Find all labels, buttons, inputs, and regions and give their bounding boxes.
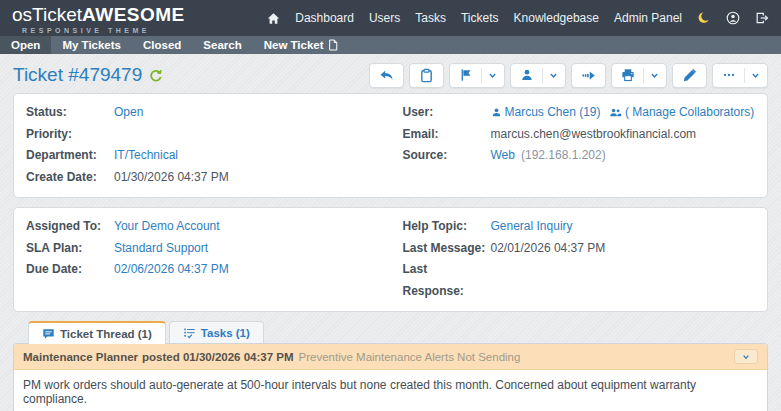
department-row: Department: IT/Technical bbox=[26, 145, 379, 167]
subnav-open[interactable]: Open bbox=[0, 36, 51, 54]
ticket-number: Ticket #479479 bbox=[13, 64, 142, 86]
user-row: User: Marcus Chen (19) ( Manage Collabor… bbox=[403, 102, 756, 124]
source-row: Source: Web (192.168.1.202) bbox=[403, 145, 756, 167]
print-icon bbox=[613, 68, 643, 83]
top-header: osTicketAWESOME RESPONSIVE THEME Dashboa… bbox=[0, 0, 781, 36]
subnav-search[interactable]: Search bbox=[192, 36, 252, 54]
subnav-new-ticket[interactable]: New Ticket bbox=[253, 36, 349, 54]
help-topic-label: Help Topic: bbox=[403, 216, 491, 238]
assign-button[interactable] bbox=[510, 63, 566, 88]
last-message-row: Last Message: 02/01/2026 04:37 PM bbox=[403, 238, 756, 260]
ticket-info-panel: Status: Open Priority: Department: IT/Te… bbox=[13, 93, 768, 198]
create-date-row: Create Date: 01/30/2026 04:37 PM bbox=[26, 167, 379, 189]
create-date-label: Create Date: bbox=[26, 167, 114, 189]
flag-icon bbox=[451, 68, 481, 83]
last-message-value: 02/01/2026 04:37 PM bbox=[491, 238, 606, 260]
nav-dashboard[interactable]: Dashboard bbox=[295, 11, 354, 25]
user-name-link[interactable]: Marcus Chen (19) bbox=[505, 105, 601, 119]
assign-user-icon bbox=[512, 68, 542, 83]
subnav-closed[interactable]: Closed bbox=[132, 36, 192, 54]
more-ellipsis-icon bbox=[714, 68, 744, 83]
edit-button[interactable] bbox=[672, 63, 707, 88]
app-logo[interactable]: osTicketAWESOME RESPONSIVE THEME bbox=[12, 3, 185, 34]
dark-mode-moon-icon[interactable] bbox=[697, 11, 711, 25]
clipboard-icon bbox=[419, 68, 434, 83]
edit-icon bbox=[682, 68, 697, 83]
flag-button[interactable] bbox=[449, 63, 505, 88]
logo-subtitle: RESPONSIVE THEME bbox=[22, 27, 185, 34]
thread-subject: Preventive Maintenance Alerts Not Sendin… bbox=[299, 351, 521, 363]
ticket-toolbar bbox=[369, 63, 768, 88]
reply-button[interactable] bbox=[369, 63, 404, 88]
status-value[interactable]: Open bbox=[114, 102, 143, 124]
thread-panel: Maintenance Planner posted 01/30/2026 04… bbox=[13, 343, 768, 411]
nav-admin-panel[interactable]: Admin Panel bbox=[614, 11, 682, 25]
priority-row: Priority: bbox=[26, 124, 379, 146]
page-title: Ticket #479479 bbox=[13, 64, 163, 86]
tab-tasks[interactable]: Tasks (1) bbox=[169, 321, 264, 343]
user-label: User: bbox=[403, 102, 491, 124]
email-value: marcus.chen@westbrookfinancial.com bbox=[491, 124, 697, 146]
source-ip: (192.168.1.202) bbox=[521, 145, 606, 167]
sla-plan-label: SLA Plan: bbox=[26, 238, 114, 260]
user-icon bbox=[491, 107, 502, 118]
subnav-my-tickets[interactable]: My Tickets bbox=[51, 36, 132, 54]
assigned-to-row: Assigned To: Your Demo Account bbox=[26, 216, 379, 238]
clipboard-button[interactable] bbox=[409, 63, 444, 88]
assignment-info-panel: Assigned To: Your Demo Account SLA Plan:… bbox=[13, 207, 768, 312]
department-label: Department: bbox=[26, 145, 114, 167]
create-date-value: 01/30/2026 04:37 PM bbox=[114, 167, 229, 189]
logo-text: osTicket bbox=[12, 4, 82, 25]
thread-message-body: PM work orders should auto-generate at 5… bbox=[14, 370, 767, 411]
collaborators-group-icon bbox=[609, 107, 622, 118]
new-ticket-page-icon bbox=[328, 39, 338, 51]
tab-ticket-thread[interactable]: Ticket Thread (1) bbox=[28, 321, 166, 344]
nav-tasks[interactable]: Tasks bbox=[415, 11, 446, 25]
manage-collaborators-link[interactable]: ( Manage Collaborators) bbox=[625, 105, 754, 119]
help-topic-row: Help Topic: General Inquiry bbox=[403, 216, 756, 238]
chevron-down-icon bbox=[742, 353, 750, 361]
assign-dropdown-caret[interactable] bbox=[542, 68, 564, 83]
comment-bubble-icon bbox=[42, 328, 55, 340]
status-label: Status: bbox=[26, 102, 114, 124]
help-topic-value[interactable]: General Inquiry bbox=[491, 216, 573, 238]
due-date-label: Due Date: bbox=[26, 259, 114, 281]
assignment-right-column: Help Topic: General Inquiry Last Message… bbox=[403, 216, 756, 302]
assigned-to-value[interactable]: Your Demo Account bbox=[114, 216, 220, 238]
forward-button[interactable] bbox=[571, 63, 606, 88]
print-button[interactable] bbox=[611, 63, 667, 88]
forward-icon bbox=[581, 68, 596, 83]
top-nav: Dashboard Users Tasks Tickets Knowledgeb… bbox=[267, 11, 769, 25]
source-label: Source: bbox=[403, 145, 491, 167]
sla-plan-value[interactable]: Standard Support bbox=[114, 238, 208, 260]
sla-plan-row: SLA Plan: Standard Support bbox=[26, 238, 379, 260]
nav-knowledgebase[interactable]: Knowledgebase bbox=[514, 11, 599, 25]
reply-icon bbox=[379, 68, 394, 83]
last-message-label: Last Message: bbox=[403, 238, 491, 260]
profile-icon[interactable] bbox=[726, 11, 740, 25]
last-response-label: Last Response: bbox=[403, 259, 491, 302]
flag-dropdown-caret[interactable] bbox=[481, 68, 503, 83]
email-label: Email: bbox=[403, 124, 491, 146]
tab-ticket-thread-label: Ticket Thread (1) bbox=[60, 328, 152, 340]
home-icon[interactable] bbox=[267, 12, 280, 25]
thread-collapse-button[interactable] bbox=[734, 349, 758, 364]
due-date-value[interactable]: 02/06/2026 04:37 PM bbox=[114, 259, 229, 281]
department-value[interactable]: IT/Technical bbox=[114, 145, 178, 167]
tab-tasks-label: Tasks (1) bbox=[201, 327, 250, 339]
sign-out-icon[interactable] bbox=[755, 11, 769, 25]
thread-tabs: Ticket Thread (1) Tasks (1) bbox=[28, 321, 768, 343]
print-dropdown-caret[interactable] bbox=[643, 68, 665, 83]
assignment-left-column: Assigned To: Your Demo Account SLA Plan:… bbox=[26, 216, 379, 302]
last-response-row: Last Response: bbox=[403, 259, 756, 302]
task-list-icon bbox=[183, 327, 196, 339]
priority-label: Priority: bbox=[26, 124, 114, 146]
nav-tickets[interactable]: Tickets bbox=[461, 11, 499, 25]
more-button[interactable] bbox=[712, 63, 768, 88]
more-dropdown-caret[interactable] bbox=[744, 68, 766, 83]
thread-posted-date: posted 01/30/2026 04:37 PM bbox=[142, 351, 294, 363]
refresh-icon[interactable] bbox=[149, 69, 163, 83]
source-value[interactable]: Web bbox=[491, 145, 515, 167]
nav-users[interactable]: Users bbox=[369, 11, 400, 25]
info-left-column: Status: Open Priority: Department: IT/Te… bbox=[26, 102, 379, 188]
